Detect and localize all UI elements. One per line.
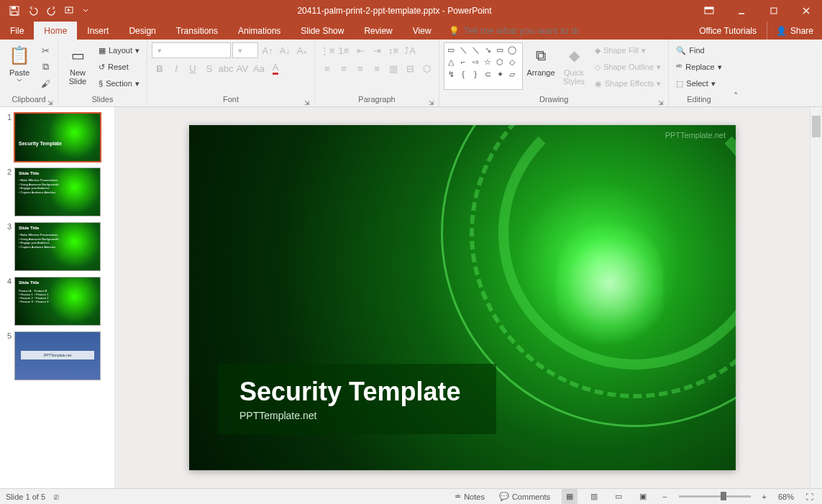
justify-button[interactable]: ≡ — [369, 60, 385, 76]
share-button[interactable]: 👤 Share — [767, 22, 822, 40]
quick-styles-button[interactable]: ◆ Quick Styles — [559, 42, 589, 87]
slide-thumbnail[interactable]: Slide Title• Make Effective Presentation… — [14, 168, 101, 216]
paragraph-launcher[interactable]: ⇲ — [429, 99, 434, 106]
start-from-beginning-button[interactable] — [62, 2, 79, 19]
comments-button[interactable]: 💬Comments — [496, 489, 553, 504]
slide-thumbnail[interactable]: PPTTemplate.net — [14, 331, 101, 380]
format-painter-button[interactable]: 🖌 — [37, 75, 53, 91]
paste-button[interactable]: 📋 Paste — [4, 42, 35, 83]
redo-button[interactable] — [43, 2, 60, 19]
save-button[interactable] — [6, 2, 23, 19]
font-color-button[interactable]: A — [268, 60, 283, 76]
font-name-combo[interactable]: ▾ — [152, 42, 231, 58]
tab-slideshow[interactable]: Slide Show — [291, 22, 354, 40]
fit-to-window-button[interactable]: ⛶ — [803, 489, 816, 504]
shapes-gallery[interactable]: ▭ ＼ ＼ ↘ ▭ ◯ △ ⌐ ⇨ ☆ ⬡ ◇ ↯ { } ⊂ ✦ ▱ — [444, 42, 523, 90]
reset-button[interactable]: ↺Reset — [96, 59, 142, 75]
font-size-combo[interactable]: ▾ — [232, 42, 258, 58]
tab-home[interactable]: Home — [34, 22, 77, 40]
slide-sorter-view-button[interactable]: ▥ — [586, 489, 602, 504]
undo-button[interactable] — [24, 2, 42, 19]
scrollbar-thumb[interactable] — [812, 116, 821, 137]
normal-view-button[interactable]: ▦ — [562, 489, 577, 504]
arrange-button[interactable]: ⧉ Arrange — [526, 42, 556, 78]
shape-outline-button[interactable]: ◇Shape Outline ▾ — [592, 59, 664, 75]
notes-button[interactable]: ≐Notes — [452, 489, 488, 504]
maximize-button[interactable] — [757, 0, 790, 22]
slide-thumbnail[interactable]: Security Template — [14, 113, 101, 162]
numbering-button[interactable]: 1≡ — [336, 42, 352, 58]
qat-customize-button[interactable] — [81, 2, 91, 19]
find-button[interactable]: 🔍Find — [673, 42, 724, 58]
slide-editor-area[interactable]: PPTTemplate.net Security Template PPTTem… — [115, 107, 810, 488]
strikethrough-button[interactable]: S — [201, 60, 217, 76]
smartart-button[interactable]: ⬡ — [419, 60, 434, 76]
thumbnail-row: 2Slide Title• Make Effective Presentatio… — [3, 168, 111, 216]
shape-fill-icon: ◆ — [595, 46, 600, 55]
zoom-out-button[interactable]: − — [659, 489, 670, 504]
office-tutorials-link[interactable]: Office Tutorials — [689, 22, 767, 40]
decrease-indent-button[interactable]: ⇤ — [352, 42, 368, 58]
cut-button[interactable]: ✂ — [37, 42, 53, 58]
zoom-handle[interactable] — [721, 492, 726, 500]
increase-indent-button[interactable]: ⇥ — [369, 42, 385, 58]
notes-icon: ≐ — [455, 492, 461, 501]
tab-insert[interactable]: Insert — [77, 22, 119, 40]
shape-effects-button[interactable]: ◉Shape Effects ▾ — [592, 75, 664, 91]
text-direction-button[interactable]: ⤴A — [402, 42, 418, 58]
slide-counter[interactable]: Slide 1 of 5 — [6, 492, 45, 501]
replace-button[interactable]: ᵃᵇReplace ▾ — [673, 59, 724, 75]
shadow-button[interactable]: abc — [218, 60, 234, 76]
underline-button[interactable]: U — [185, 60, 201, 76]
align-left-button[interactable]: ≡ — [319, 60, 335, 76]
line-spacing-button[interactable]: ↕≡ — [385, 42, 401, 58]
title-placeholder[interactable]: Security Template PPTTemplate.net — [218, 364, 496, 434]
drawing-launcher[interactable]: ⇲ — [658, 99, 664, 106]
align-text-button[interactable]: ⊟ — [402, 60, 418, 76]
tab-animations[interactable]: Animations — [228, 22, 291, 40]
columns-button[interactable]: ▥ — [385, 60, 401, 76]
slideshow-view-button[interactable]: ▣ — [635, 489, 651, 504]
align-center-button[interactable]: ≡ — [336, 60, 352, 76]
tab-file[interactable]: File — [0, 22, 34, 40]
slide-thumbnails-panel[interactable]: 1Security Template2Slide Title• Make Eff… — [0, 107, 115, 488]
zoom-in-button[interactable]: + — [759, 489, 770, 504]
italic-button[interactable]: I — [168, 60, 184, 76]
slide-canvas[interactable]: PPTTemplate.net Security Template PPTTem… — [189, 125, 736, 470]
tab-transitions[interactable]: Transitions — [166, 22, 228, 40]
char-spacing-button[interactable]: AV — [234, 60, 250, 76]
spellcheck-icon[interactable]: ⎚ — [54, 492, 59, 501]
section-button[interactable]: §Section ▾ — [96, 75, 142, 91]
vertical-scrollbar[interactable] — [810, 107, 822, 488]
grow-font-button[interactable]: A↑ — [260, 42, 275, 58]
bold-button[interactable]: B — [152, 60, 168, 76]
tell-me-input[interactable] — [464, 25, 579, 36]
ribbon-options-button[interactable] — [693, 0, 725, 22]
select-button[interactable]: ⬚Select ▾ — [673, 75, 724, 91]
copy-button[interactable]: ⧉ — [37, 59, 53, 75]
shrink-font-button[interactable]: A↓ — [277, 42, 293, 58]
slide-thumbnail[interactable]: Slide Title• Make Effective Presentation… — [14, 222, 101, 271]
tab-view[interactable]: View — [403, 22, 442, 40]
clear-formatting-button[interactable]: Aₓ — [294, 42, 310, 58]
reading-view-button[interactable]: ▭ — [611, 489, 626, 504]
shape-hex-icon: ⬡ — [495, 57, 505, 67]
collapse-ribbon-button[interactable]: ˄ — [729, 88, 744, 104]
tab-design[interactable]: Design — [119, 22, 165, 40]
tell-me-search[interactable]: 💡 — [442, 22, 586, 40]
shape-fill-button[interactable]: ◆Shape Fill ▾ — [592, 42, 664, 58]
new-slide-button[interactable]: ▭ New Slide — [63, 42, 93, 87]
minimize-button[interactable] — [725, 0, 757, 22]
svg-rect-7 — [771, 8, 777, 14]
zoom-slider[interactable] — [679, 495, 751, 498]
tab-review[interactable]: Review — [354, 22, 402, 40]
zoom-level[interactable]: 68% — [778, 492, 794, 501]
slide-thumbnail[interactable]: Slide TitleProduct A Product B• Feature … — [14, 277, 101, 326]
layout-button[interactable]: ▦Layout ▾ — [96, 42, 142, 58]
clipboard-launcher[interactable]: ⇲ — [47, 99, 53, 106]
align-right-button[interactable]: ≡ — [352, 60, 368, 76]
font-launcher[interactable]: ⇲ — [304, 99, 310, 106]
bullets-button[interactable]: ⋮≡ — [319, 42, 335, 58]
close-button[interactable] — [790, 0, 822, 22]
change-case-button[interactable]: Aa — [251, 60, 267, 76]
